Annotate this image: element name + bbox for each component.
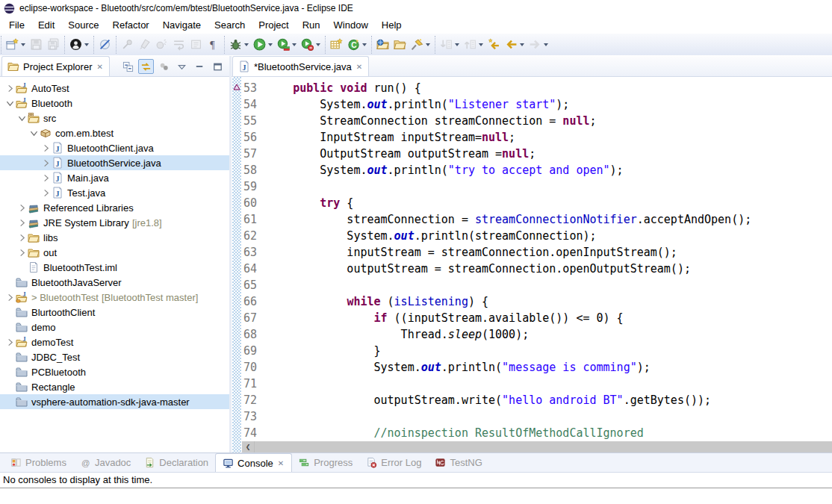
focus-button[interactable] bbox=[156, 59, 172, 74]
tree-item-bluetoothservice-java[interactable]: JBluetoothService.java bbox=[0, 155, 229, 170]
scrollbar-thumb[interactable] bbox=[254, 441, 832, 452]
bottom-tab-javadoc[interactable]: @Javadoc bbox=[73, 453, 137, 472]
link-editor-button[interactable] bbox=[138, 59, 154, 74]
bottom-tab-problems[interactable]: Problems bbox=[4, 453, 73, 472]
save-button[interactable] bbox=[28, 36, 45, 53]
folder-open-button[interactable] bbox=[391, 36, 409, 53]
menu-edit[interactable]: Edit bbox=[31, 17, 61, 34]
line-number[interactable]: 56 bbox=[242, 129, 266, 146]
tree-item-jre-system-library[interactable]: JRE System Library [jre1.8] bbox=[0, 215, 229, 230]
refresh-c-button[interactable]: C bbox=[345, 36, 362, 53]
chevron-collapsed-icon[interactable] bbox=[16, 234, 28, 242]
menu-run[interactable]: Run bbox=[296, 17, 327, 34]
show-whitespace-button[interactable]: ¶ bbox=[205, 36, 222, 53]
pin-button[interactable] bbox=[119, 36, 136, 53]
bottom-tab-progress[interactable]: Progress bbox=[292, 453, 359, 472]
line-number[interactable]: 68 bbox=[242, 326, 266, 343]
tree-item-autotest[interactable]: JAutoTest bbox=[0, 81, 229, 96]
code-line-57[interactable]: 57 OutputStream outputStream =null; bbox=[242, 146, 832, 162]
line-number[interactable]: 70 bbox=[242, 359, 266, 376]
tree-item-out[interactable]: out bbox=[0, 245, 229, 260]
line-number[interactable]: 61 bbox=[242, 211, 266, 228]
menu-file[interactable]: File bbox=[2, 17, 31, 34]
chevron-collapsed-icon[interactable] bbox=[16, 249, 28, 257]
menu-refactor[interactable]: Refactor bbox=[106, 17, 156, 34]
line-number[interactable]: 71 bbox=[242, 376, 266, 392]
code-line-54[interactable]: 54 System.out.println("Listener start"); bbox=[242, 96, 832, 113]
tree-item-bluetoothclient-java[interactable]: JBluetoothClient.java bbox=[0, 140, 229, 155]
profile-button[interactable] bbox=[299, 36, 316, 53]
tree-item-demo[interactable]: demo bbox=[0, 320, 229, 335]
line-number[interactable]: 74 bbox=[242, 425, 266, 441]
line-number[interactable]: 65 bbox=[242, 277, 266, 293]
code-line-58[interactable]: 58 System.out.println("try to accept and… bbox=[242, 162, 832, 178]
forward-dropdown-arrow-icon[interactable] bbox=[544, 43, 548, 49]
run-button[interactable] bbox=[251, 36, 268, 53]
back-button[interactable] bbox=[503, 36, 520, 53]
chevron-collapsed-icon[interactable] bbox=[16, 204, 28, 212]
tree-item-libs[interactable]: libs bbox=[0, 230, 229, 245]
chevron-collapsed-icon[interactable] bbox=[16, 219, 28, 227]
tree-item-pcbluetooth[interactable]: PCBluetooth bbox=[0, 364, 229, 379]
project-explorer-close-icon[interactable]: ✕ bbox=[96, 63, 103, 71]
code-line-68[interactable]: 68 Thread.sleep(1000); bbox=[242, 326, 832, 343]
chevron-collapsed-icon[interactable] bbox=[40, 174, 52, 182]
code-line-61[interactable]: 61 streamConnection = streamConnectionNo… bbox=[242, 211, 832, 228]
bottom-tab-declaration[interactable]: Declaration bbox=[137, 453, 215, 472]
tree-item-main-java[interactable]: JMain.java bbox=[0, 170, 229, 185]
scroll-left-arrow-icon[interactable]: ❮ bbox=[242, 441, 254, 452]
code-line-56[interactable]: 56 InputStream inputStream=null; bbox=[242, 129, 832, 146]
code-line-71[interactable]: 71 bbox=[242, 376, 832, 392]
new-wizard-button[interactable] bbox=[4, 36, 21, 53]
tree-item-bluetoothjavaserver[interactable]: BluetoothJavaServer bbox=[0, 275, 229, 290]
clean-brush-button[interactable] bbox=[136, 36, 153, 53]
new-wizard-dropdown-arrow-icon[interactable] bbox=[21, 43, 25, 49]
menu-search[interactable]: Search bbox=[208, 17, 252, 34]
debug-dropdown-arrow-icon[interactable] bbox=[244, 43, 249, 49]
tree-item-blurtoothclient[interactable]: BlurtoothClient bbox=[0, 305, 229, 320]
line-number[interactable]: 54 bbox=[242, 96, 266, 113]
block-selection-button[interactable] bbox=[187, 36, 205, 53]
tree-item-referenced-libraries[interactable]: Referenced Libraries bbox=[0, 200, 229, 215]
project-explorer-tab[interactable]: Project Explorer ✕ bbox=[1, 56, 110, 76]
code-line-70[interactable]: 70 System.out.println("message is commin… bbox=[242, 359, 832, 376]
prev-annotation-button[interactable] bbox=[462, 36, 479, 53]
line-number[interactable]: 66 bbox=[242, 293, 266, 310]
code-line-73[interactable]: 73 bbox=[242, 408, 832, 425]
code-line-59[interactable]: 59 bbox=[242, 178, 832, 195]
code-line-55[interactable]: 55 StreamConnection streamConnection = n… bbox=[242, 113, 832, 129]
menu-source[interactable]: Source bbox=[61, 17, 105, 34]
collapse-all-button[interactable] bbox=[120, 59, 136, 74]
tree-item-src[interactable]: src bbox=[0, 111, 229, 125]
chevron-collapsed-icon[interactable] bbox=[4, 293, 16, 302]
tree-item-bluetooth[interactable]: JBluetooth bbox=[0, 96, 229, 111]
code-line-67[interactable]: 67 if ((inputStream.available()) <= 0) { bbox=[242, 310, 832, 326]
run-dropdown-arrow-icon[interactable] bbox=[268, 43, 273, 49]
menu-project[interactable]: Project bbox=[252, 17, 295, 34]
code-line-69[interactable]: 69 } bbox=[242, 343, 832, 359]
line-number[interactable]: 62 bbox=[242, 228, 266, 244]
tree-item-bluetoothtest[interactable]: J> BluetoothTest [BluetoothTest master] bbox=[0, 290, 229, 305]
view-menu-button[interactable] bbox=[174, 59, 190, 74]
prev-annotation-dropdown-arrow-icon[interactable] bbox=[479, 43, 483, 49]
chevron-collapsed-icon[interactable] bbox=[40, 159, 52, 167]
tree-item-vsphere-automation-sdk-java-master[interactable]: vsphere-automation-sdk-java-master bbox=[0, 394, 229, 409]
bottom-tab-testng[interactable]: TestNG bbox=[428, 453, 488, 472]
line-number[interactable]: 63 bbox=[242, 244, 266, 261]
menu-help[interactable]: Help bbox=[375, 17, 409, 34]
editor-tab-bluetoothservice[interactable]: J *BluetoothService.java ✕ bbox=[232, 56, 369, 76]
code-line-53[interactable]: 53 public void run() { bbox=[242, 80, 832, 96]
save-all-button[interactable] bbox=[45, 36, 62, 53]
refresh-c-dropdown-arrow-icon[interactable] bbox=[362, 43, 367, 49]
tree-item-bluetoothtest-iml[interactable]: BluetoothTest.iml bbox=[0, 260, 229, 275]
line-number[interactable]: 53 bbox=[242, 80, 266, 96]
line-number[interactable]: 67 bbox=[242, 310, 266, 326]
code-text-area[interactable]: 53 public void run() {54 System.out.prin… bbox=[242, 77, 832, 441]
menu-window[interactable]: Window bbox=[327, 17, 375, 34]
chevron-collapsed-icon[interactable] bbox=[4, 84, 16, 93]
tree-item-test-java[interactable]: JTest.java bbox=[0, 185, 229, 200]
line-number[interactable]: 69 bbox=[242, 343, 266, 359]
user-account-dropdown-arrow-icon[interactable] bbox=[84, 43, 89, 49]
menu-navigate[interactable]: Navigate bbox=[156, 17, 208, 34]
profile-dropdown-arrow-icon[interactable] bbox=[316, 43, 320, 49]
